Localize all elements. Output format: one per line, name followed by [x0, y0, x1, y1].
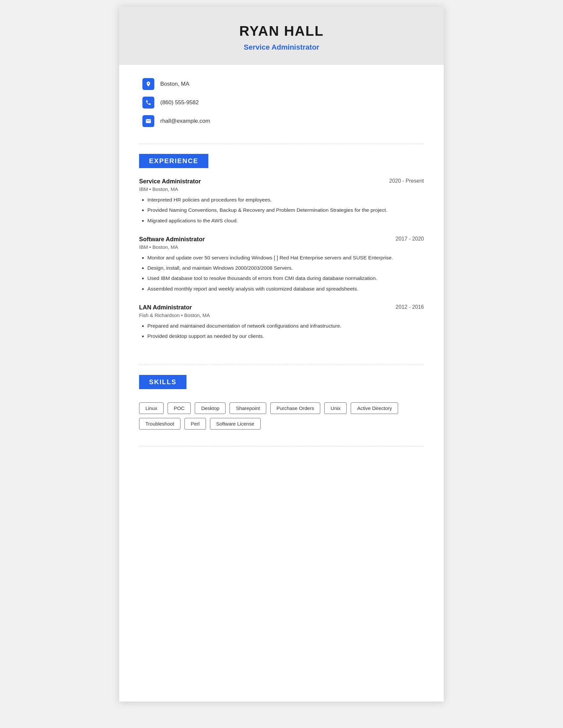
skill-tag: Purchase Orders	[270, 402, 320, 414]
skill-tag: Desktop	[195, 402, 225, 414]
skill-tag: Software License	[210, 418, 260, 430]
list-item: Prepared and maintained documentation of…	[147, 322, 424, 330]
contact-phone: (860) 555-9582	[142, 97, 421, 109]
list-item: Assembled monthly report and weekly anal…	[147, 285, 424, 293]
list-item: Provided desktop support as needed by ou…	[147, 332, 424, 340]
location-icon	[142, 78, 154, 90]
job-title-3: LAN Administrator	[139, 304, 192, 311]
job-entry-2: Software Administrator 2017 - 2020 IBM •…	[139, 236, 424, 293]
job-bullets-3: Prepared and maintained documentation of…	[139, 322, 424, 340]
job-dates-2: 2017 - 2020	[396, 236, 424, 242]
skills-tags-container: LinuxPOCDesktopSharepointPurchase Orders…	[139, 402, 424, 430]
list-item: Design, install, and maintain Windows 20…	[147, 264, 424, 272]
job-company-2: IBM • Boston, MA	[139, 244, 424, 250]
phone-text: (860) 555-9582	[160, 99, 199, 106]
skill-tag: Active Directory	[351, 402, 398, 414]
job-title-1: Service Administrator	[139, 178, 201, 185]
skill-tag: Sharepoint	[229, 402, 266, 414]
job-header-row-1: Service Administrator 2020 - Present	[139, 178, 424, 185]
email-icon	[142, 115, 154, 127]
divider-1	[139, 144, 424, 144]
candidate-title: Service Administrator	[139, 43, 424, 52]
list-item: Provided Naming Conventions, Backup & Re…	[147, 206, 424, 214]
contact-location: Boston, MA	[142, 78, 421, 90]
skill-tag: Unix	[324, 402, 347, 414]
divider-2	[139, 365, 424, 365]
job-entry-3: LAN Administrator 2012 - 2016 Fish & Ric…	[139, 304, 424, 340]
list-item: Interpreted HR policies and procedures f…	[147, 196, 424, 204]
job-dates-1: 2020 - Present	[389, 178, 424, 184]
resume-container: RYAN HALL Service Administrator Boston, …	[119, 7, 444, 702]
job-bullets-2: Monitor and update over 50 servers inclu…	[139, 254, 424, 293]
job-header-row-2: Software Administrator 2017 - 2020	[139, 236, 424, 243]
location-text: Boston, MA	[160, 81, 189, 87]
bottom-divider	[139, 446, 424, 446]
skills-section: SKILLS LinuxPOCDesktopSharepointPurchase…	[119, 372, 444, 443]
skills-section-label: SKILLS	[139, 375, 186, 389]
experience-section: EXPERIENCE Service Administrator 2020 - …	[119, 151, 444, 358]
phone-icon	[142, 97, 154, 109]
email-text: rhall@example.com	[160, 118, 210, 124]
job-bullets-1: Interpreted HR policies and procedures f…	[139, 196, 424, 224]
contact-email: rhall@example.com	[142, 115, 421, 127]
job-title-2: Software Administrator	[139, 236, 205, 243]
job-company-3: Fish & Richardson • Boston, MA	[139, 312, 424, 318]
job-company-1: IBM • Boston, MA	[139, 186, 424, 192]
list-item: Monitor and update over 50 servers inclu…	[147, 254, 424, 261]
header-section: RYAN HALL Service Administrator	[119, 7, 444, 65]
skill-tag: Perl	[184, 418, 206, 430]
contact-section: Boston, MA (860) 555-9582 rhall@example.…	[119, 65, 444, 137]
list-item: Migrated applications to the AWS cloud.	[147, 217, 424, 224]
job-header-row-3: LAN Administrator 2012 - 2016	[139, 304, 424, 311]
candidate-name: RYAN HALL	[139, 23, 424, 39]
job-dates-3: 2012 - 2016	[396, 304, 424, 310]
skill-tag: Linux	[139, 402, 164, 414]
skill-tag: POC	[167, 402, 191, 414]
experience-section-label: EXPERIENCE	[139, 154, 208, 168]
job-entry-1: Service Administrator 2020 - Present IBM…	[139, 178, 424, 224]
skill-tag: Troubleshoot	[139, 418, 180, 430]
list-item: Used IBM database tool to resolve thousa…	[147, 274, 424, 282]
